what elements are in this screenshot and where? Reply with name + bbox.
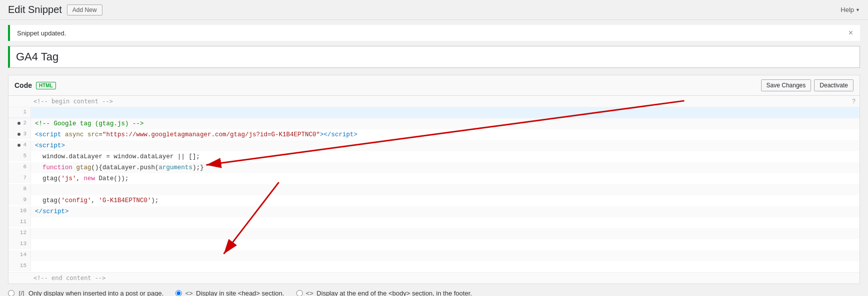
- line-content: <!-- Google tag (gtag.js) -->: [31, 118, 860, 129]
- display-option-shortcode[interactable]: [/] Only display when inserted into a po…: [8, 289, 163, 296]
- display-radio-footer[interactable]: [296, 290, 303, 296]
- line-number: 7: [8, 173, 31, 183]
- code-lines: 1 2 <!-- Google tag (gtag.js) --> 3 <scr…: [8, 107, 860, 272]
- display-option-head[interactable]: <> Display in site <head> section.: [175, 289, 284, 296]
- code-label: Code HTML: [14, 81, 56, 89]
- code-line[interactable]: 13: [8, 239, 860, 250]
- line-content: </script>: [31, 206, 860, 217]
- top-bar: Edit Snippet Add New Help: [0, 0, 868, 20]
- line-number: 15: [8, 261, 31, 271]
- code-editor-area[interactable]: ? <!-- begin content --> 1 2 <!-- Google…: [8, 96, 860, 284]
- code-buttons: Save Changes Deactivate: [761, 79, 854, 91]
- code-line[interactable]: 8: [8, 184, 860, 195]
- line-content: function gtag(){dataLayer.push(arguments…: [31, 162, 860, 173]
- display-option-shortcode-label: Only display when inserted into a post o…: [28, 290, 163, 296]
- line-number: 13: [8, 239, 31, 249]
- line-content: [31, 217, 860, 218]
- code-line[interactable]: 12: [8, 228, 860, 239]
- code-line[interactable]: 3 <script async src="https://www.googlet…: [8, 129, 860, 140]
- code-line[interactable]: 9 gtag('config', 'G-K1B4EPTNC0');: [8, 195, 860, 206]
- code-line[interactable]: 14: [8, 250, 860, 261]
- line-content: gtag('js', new Date());: [31, 173, 860, 184]
- line-number: 11: [8, 217, 31, 227]
- display-option-footer-label: Display at the end of the <body> section…: [317, 290, 472, 296]
- snippet-name-input[interactable]: [8, 46, 860, 68]
- help-button[interactable]: Help: [841, 6, 860, 13]
- line-content: [31, 228, 860, 229]
- line-content: [31, 250, 860, 251]
- dot-icon: [17, 122, 20, 125]
- page-title: Edit Snippet: [8, 4, 62, 15]
- code-line[interactable]: 15: [8, 261, 860, 272]
- line-content: [31, 107, 860, 108]
- display-option-footer[interactable]: <> Display at the end of the <body> sect…: [296, 289, 472, 296]
- code-line[interactable]: 1: [8, 107, 860, 118]
- line-number: 4: [8, 140, 31, 150]
- line-number: 12: [8, 228, 31, 238]
- code-section: Code HTML Save Changes Deactivate ? <!--…: [8, 75, 860, 284]
- line-number: 6: [8, 162, 31, 172]
- dot-icon: [17, 133, 20, 136]
- notice-close-button[interactable]: ×: [849, 29, 853, 37]
- line-number: 14: [8, 250, 31, 260]
- head-icon: <>: [185, 289, 193, 296]
- code-line[interactable]: 5 window.dataLayer = window.dataLayer ||…: [8, 151, 860, 162]
- top-bar-left: Edit Snippet Add New: [8, 4, 102, 15]
- code-line[interactable]: 11: [8, 217, 860, 228]
- line-number: 2: [8, 118, 31, 128]
- line-content: window.dataLayer = window.dataLayer || […: [31, 151, 860, 162]
- line-number: 8: [8, 184, 31, 194]
- notice-bar: Snippet updated. ×: [8, 25, 860, 41]
- code-line[interactable]: 6 function gtag(){dataLayer.push(argumen…: [8, 162, 860, 173]
- line-number: 3: [8, 129, 31, 139]
- footer-icon: <>: [306, 289, 314, 296]
- display-radio-head[interactable]: [175, 290, 182, 296]
- html-badge: HTML: [36, 82, 56, 89]
- line-content: gtag('config', 'G-K1B4EPTNC0');: [31, 195, 860, 206]
- line-number: 10: [8, 206, 31, 216]
- line-content: [31, 261, 860, 262]
- comment-top: <!-- begin content -->: [8, 96, 860, 107]
- add-new-button[interactable]: Add New: [67, 4, 102, 15]
- main-content: Code HTML Save Changes Deactivate ? <!--…: [0, 46, 868, 296]
- line-content: <script>: [31, 140, 860, 151]
- line-number: 5: [8, 151, 31, 161]
- shortcode-icon: [/]: [17, 289, 25, 296]
- save-changes-button[interactable]: Save Changes: [761, 79, 812, 91]
- help-icon[interactable]: ?: [852, 98, 856, 105]
- code-line[interactable]: 2 <!-- Google tag (gtag.js) -->: [8, 118, 860, 129]
- code-line[interactable]: 10 </script>: [8, 206, 860, 217]
- line-content: [31, 239, 860, 240]
- dot-icon: [17, 144, 20, 147]
- code-line[interactable]: 4 <script>: [8, 140, 860, 151]
- deactivate-button[interactable]: Deactivate: [814, 79, 854, 91]
- notice-text: Snippet updated.: [17, 29, 66, 37]
- comment-bottom: <!-- end content -->: [8, 272, 860, 284]
- line-number: 1: [8, 107, 31, 117]
- display-option-head-label: Display in site <head> section.: [196, 290, 284, 296]
- line-number: 9: [8, 195, 31, 205]
- display-radio-shortcode[interactable]: [8, 290, 14, 296]
- line-content: <script async src="https://www.googletag…: [31, 129, 860, 140]
- code-label-text: Code: [14, 81, 32, 89]
- line-content: [31, 184, 860, 185]
- display-options: [/] Only display when inserted into a po…: [8, 284, 860, 296]
- code-header: Code HTML Save Changes Deactivate: [8, 75, 860, 96]
- code-line[interactable]: 7 gtag('js', new Date());: [8, 173, 860, 184]
